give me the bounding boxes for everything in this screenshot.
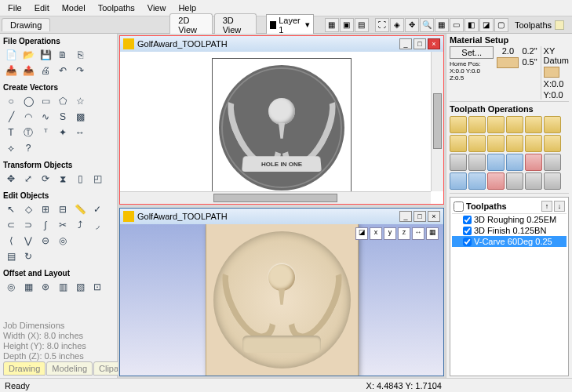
stop-icon[interactable] <box>487 172 505 190</box>
drawing-panel-tab[interactable]: Drawing <box>2 18 50 31</box>
profile-toolpath-icon[interactable] <box>450 116 467 133</box>
align-icon[interactable]: ▯ <box>72 171 88 187</box>
pan-icon[interactable]: ✥ <box>405 18 419 32</box>
weld-icon[interactable]: ⊖ <box>38 233 53 249</box>
export-toolpath-icon[interactable] <box>506 172 523 190</box>
chamfer-toolpath-icon[interactable] <box>525 135 542 152</box>
undo-icon[interactable]: ↶ <box>55 63 71 78</box>
3d-rough-toolpath-icon[interactable] <box>487 135 505 152</box>
snap-grid-icon[interactable]: ▦ <box>325 18 339 32</box>
offset-icon[interactable]: ◎ <box>3 279 19 295</box>
menu-model[interactable]: Model <box>57 2 90 14</box>
nest-icon[interactable]: ▥ <box>55 279 71 295</box>
minimize-button[interactable]: _ <box>399 38 412 49</box>
maximize-button[interactable]: □ <box>414 38 426 49</box>
point-icon[interactable]: ⟡ <box>3 140 19 156</box>
preview-all-icon[interactable] <box>450 154 467 171</box>
close-vector-icon[interactable]: ⊃ <box>20 217 36 233</box>
scrollbar-vertical[interactable] <box>431 52 443 191</box>
toggle-3d-icon[interactable]: ◧ <box>465 18 479 32</box>
vector-validator-icon[interactable]: ✓ <box>89 201 105 217</box>
scrollbar-horizontal[interactable] <box>120 191 431 204</box>
move-up-icon[interactable]: ↑ <box>541 201 552 212</box>
draw-rect-icon[interactable]: ▭ <box>38 93 53 109</box>
window-3d-titlebar[interactable]: GolfAward_TOOLPATH _ □ × <box>120 209 443 224</box>
pin-icon[interactable] <box>555 20 564 30</box>
crop-icon[interactable]: ⊡ <box>89 279 105 295</box>
zoom-extents-icon[interactable]: ⛶ <box>375 18 389 32</box>
toolpath-checkbox[interactable] <box>463 216 472 224</box>
node-edit-icon[interactable]: ◇ <box>20 201 36 217</box>
boundary-icon[interactable]: ◎ <box>55 233 71 249</box>
interactive-trim-icon[interactable]: ⋁ <box>20 233 36 249</box>
draw-ellipse-icon[interactable]: ◯ <box>20 93 36 109</box>
batch-icon[interactable] <box>544 172 561 190</box>
increment-save-icon[interactable]: ⎘ <box>72 47 88 63</box>
ungroup-icon[interactable]: ⊟ <box>55 201 71 217</box>
curve-fit-icon[interactable]: ∫ <box>38 217 53 233</box>
btab-modeling[interactable]: Modeling <box>46 361 93 376</box>
draw-star-icon[interactable]: ☆ <box>72 93 88 109</box>
array-icon[interactable]: ▦ <box>20 279 36 295</box>
group-icon[interactable]: ⊞ <box>38 201 53 217</box>
distort-icon[interactable]: ◰ <box>89 171 105 187</box>
tab-3d-view[interactable]: 3D View <box>214 13 257 36</box>
menu-view[interactable]: View <box>143 2 171 14</box>
3d-finish-toolpath-icon[interactable] <box>506 135 523 152</box>
calculator-icon[interactable] <box>544 154 561 171</box>
extend-icon[interactable]: ⤴ <box>72 217 88 233</box>
tool-database-icon[interactable] <box>525 172 542 190</box>
open-file-icon[interactable]: 📂 <box>20 47 36 63</box>
toolpath-checkbox[interactable] <box>463 227 472 235</box>
estimate-time-icon[interactable] <box>487 154 505 171</box>
draw-circle-icon[interactable]: ○ <box>3 93 19 109</box>
view-x-icon[interactable]: x <box>370 227 382 240</box>
export-icon[interactable]: 📤 <box>20 63 36 78</box>
view-fit-icon[interactable]: ↔ <box>412 227 424 240</box>
array-copy-icon[interactable]: ▤ <box>3 249 19 264</box>
menu-file[interactable]: File <box>3 2 27 14</box>
rotate-icon[interactable]: ⟳ <box>38 171 53 187</box>
drilling-toolpath-icon[interactable] <box>487 116 505 133</box>
cascade-icon[interactable]: ▭ <box>450 18 464 32</box>
circular-array-icon[interactable]: ⊛ <box>38 279 53 295</box>
close-button[interactable]: × <box>428 38 440 49</box>
merge-toolpath-icon[interactable] <box>468 172 486 190</box>
tile-windows-icon[interactable]: ▦ <box>435 18 449 32</box>
toolpath-checkbox[interactable] <box>463 238 472 246</box>
draw-polygon-icon[interactable]: ⬠ <box>55 93 71 109</box>
preview-sphere-icon[interactable] <box>468 154 486 171</box>
vcarve-toolpath-icon[interactable] <box>506 116 523 133</box>
2d-canvas[interactable]: HOLE IN ONE <box>123 55 440 201</box>
draw-line-icon[interactable]: ╱ <box>3 109 19 125</box>
btab-drawing[interactable]: Drawing <box>3 361 46 376</box>
toolpaths-checkbox-all[interactable] <box>454 201 464 212</box>
scrollbar-v-thumb[interactable] <box>433 93 442 149</box>
draw-bezier-icon[interactable]: S <box>55 109 71 125</box>
move-icon[interactable]: ✥ <box>3 171 19 187</box>
text-arc-icon[interactable]: Ⓣ <box>20 125 36 140</box>
delete-preview-icon[interactable] <box>525 154 542 171</box>
text-on-curve-icon[interactable]: ᵀ <box>38 125 53 140</box>
iso-view-icon[interactable]: ◪ <box>355 227 368 240</box>
view-z-icon[interactable]: z <box>398 227 410 240</box>
minimize-button[interactable]: _ <box>399 211 412 222</box>
text-icon[interactable]: T <box>3 125 19 140</box>
toolpath-item[interactable]: V-Carve 60Deg 0.25 <box>452 236 567 247</box>
menu-edit[interactable]: Edit <box>30 2 54 14</box>
draw-curve-icon[interactable]: ∿ <box>38 109 53 125</box>
menu-toolpaths[interactable]: Toolpaths <box>93 2 140 14</box>
prism-toolpath-icon[interactable] <box>544 116 561 133</box>
tab-2d-view[interactable]: 2D View <box>169 13 212 36</box>
fluting-toolpath-icon[interactable] <box>450 135 467 152</box>
new-file-icon[interactable]: 📄 <box>3 47 19 63</box>
close-button[interactable]: × <box>428 211 440 222</box>
move-down-icon[interactable]: ↓ <box>554 201 565 212</box>
view-iso-icon[interactable]: ◪ <box>479 18 494 32</box>
view-top-icon[interactable]: ▢ <box>494 18 508 32</box>
select-icon[interactable]: ↖ <box>3 201 19 217</box>
trace-bitmap-icon[interactable]: ✦ <box>55 125 71 140</box>
toolpath-item[interactable]: 3D Finish 0.125BN <box>452 225 567 236</box>
dimension-icon[interactable]: ↔ <box>72 125 88 140</box>
menu-help[interactable]: Help <box>173 2 201 14</box>
